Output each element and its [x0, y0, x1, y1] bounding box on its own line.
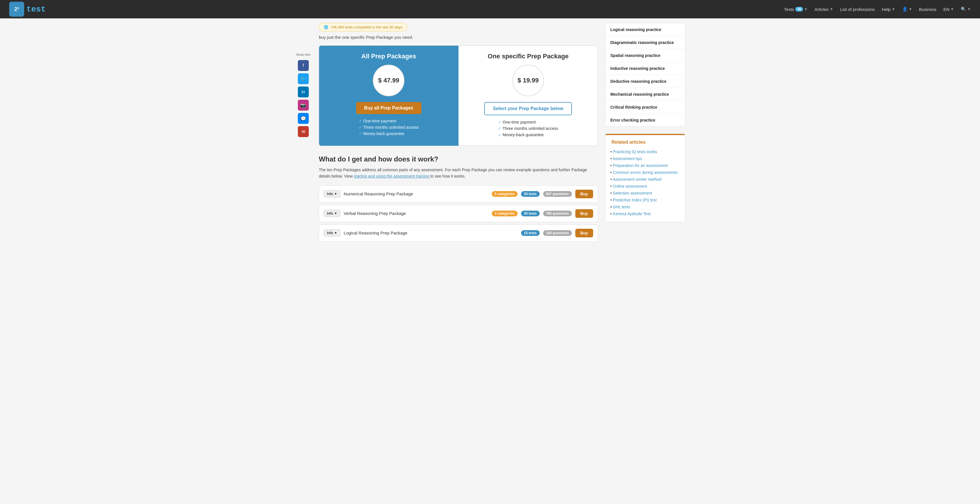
sidebar-item-logical[interactable]: Logical reasoning practice: [605, 23, 685, 36]
badge-questions-logical: 189 questions: [543, 230, 572, 236]
section-link[interactable]: starting and using the assessment traini…: [354, 174, 429, 179]
card-all-packages: All Prep Packages $ 47.99 Buy all Prep P…: [319, 46, 458, 146]
related-item[interactable]: Preparation for an assessment: [610, 162, 680, 169]
alert-text: 746,390 tests completed in the last 30 d…: [331, 25, 402, 29]
info-chevron-icon: ▼: [334, 231, 337, 234]
badge-tests-verbal: 30 tests: [521, 211, 540, 216]
share-messenger-button[interactable]: 💬: [298, 113, 309, 124]
related-link-pi[interactable]: Predictive Index (PI) test: [613, 198, 657, 202]
sidebar-item-mechanical[interactable]: Mechanical reasoning practice: [605, 88, 685, 101]
related-link-iq[interactable]: Practicing IQ tests works: [613, 150, 657, 154]
related-item[interactable]: Kenexa Aptitude Test: [610, 211, 680, 217]
nav-help[interactable]: Help ▼: [882, 7, 895, 12]
related-title: Related articles: [610, 140, 680, 145]
buy-button-numerical[interactable]: Buy: [575, 190, 593, 198]
search-chevron-icon: ▼: [967, 7, 971, 11]
info-button-verbal[interactable]: Info ▼: [324, 210, 340, 217]
package-row: Info ▼ Logical Reasoning Prep Package 15…: [319, 225, 598, 242]
related-link-kenexa[interactable]: Kenexa Aptitude Test: [613, 212, 651, 216]
related-link-errors[interactable]: Common errors during assessments: [613, 170, 678, 175]
user-icon: 👤: [902, 6, 908, 12]
tests-badge: 38: [795, 7, 803, 11]
packages-list: Info ▼ Numerical Reasoning Prep Package …: [319, 185, 598, 242]
buy-button-logical[interactable]: Buy: [575, 229, 593, 238]
section-title: What do I get and how does it work?: [319, 155, 598, 163]
search-icon: 🔍: [961, 6, 966, 12]
related-link-center[interactable]: Assessment center method: [612, 177, 662, 182]
pricing-cards: All Prep Packages $ 47.99 Buy all Prep P…: [319, 45, 598, 146]
globe-icon: 🌐: [324, 25, 328, 29]
package-name-logical: Logical Reasoning Prep Package: [344, 230, 517, 235]
related-item[interactable]: Practicing IQ tests works: [610, 148, 680, 155]
related-list: Practicing IQ tests works Assessment tip…: [610, 148, 680, 217]
badge-categories-numerical: 5 categories: [492, 191, 517, 197]
logo-icon: 2³: [9, 2, 24, 17]
related-item[interactable]: Predictive Index (PI) test: [610, 196, 680, 203]
info-button-logical[interactable]: Info ▼: [324, 229, 340, 236]
lang-chevron-icon: ▼: [950, 7, 954, 11]
section-desc: The ten Prep Packages address all common…: [319, 167, 598, 180]
nav-lang[interactable]: EN ▼: [943, 7, 954, 12]
one-package-title: One specific Prep Package: [488, 53, 568, 60]
nav-business[interactable]: Business: [919, 7, 937, 12]
related-item[interactable]: Selection assessment: [610, 190, 680, 196]
related-link-shl[interactable]: SHL tests: [613, 204, 630, 209]
related-link-online[interactable]: Online assessment: [613, 184, 647, 188]
related-link-tips[interactable]: Assessment tips: [612, 156, 642, 161]
navbar: 2³ test Tests 38 ▼ Articles ▼ List of pr…: [0, 0, 980, 18]
related-item[interactable]: SHL tests: [610, 203, 680, 211]
sidebar-nav-list: Logical reasoning practice Diagrammatic …: [605, 23, 685, 127]
nav-search[interactable]: 🔍 ▼: [961, 6, 971, 12]
share-twitter-button[interactable]: 🐦: [298, 73, 309, 84]
sidebar-item-error[interactable]: Error checking practice: [605, 114, 685, 126]
share-email-button[interactable]: ✉: [298, 126, 309, 137]
related-item[interactable]: Common errors during assessments: [610, 169, 680, 176]
card-one-package: One specific Prep Package $ 19.99 Select…: [458, 46, 598, 146]
one-feature-access: Three months unlimited access: [498, 126, 558, 131]
share-linkedin-button[interactable]: in: [298, 86, 309, 97]
logo-area: 2³ test: [9, 2, 46, 17]
package-row: Info ▼ Numerical Reasoning Prep Package …: [319, 185, 598, 203]
badge-questions-verbal: 780 questions: [543, 211, 572, 216]
tests-chevron-icon: ▼: [804, 7, 808, 11]
sidebar-item-deductive[interactable]: Deductive reasoning practice: [605, 75, 685, 88]
related-link-selection[interactable]: Selection assessment: [613, 191, 652, 195]
logo-numbers: 2³: [14, 6, 19, 12]
share-facebook-button[interactable]: f: [298, 60, 309, 71]
info-chevron-icon: ▼: [334, 192, 337, 195]
intro-text: buy just the one specific Prep Package y…: [319, 35, 598, 40]
feature-access: Three months unlimited access: [359, 125, 419, 129]
badge-tests-logical: 15 tests: [521, 230, 540, 236]
nav-tests[interactable]: Tests 38 ▼: [784, 7, 808, 12]
one-feature-guarantee: Money-back guarantee: [498, 132, 558, 137]
sidebar-item-inductive[interactable]: Inductive reasoning practice: [605, 62, 685, 75]
related-item[interactable]: Assessment tips: [610, 155, 680, 162]
articles-chevron-icon: ▼: [830, 7, 833, 11]
buy-button-verbal[interactable]: Buy: [575, 209, 593, 218]
share-sidebar: Share this f 🐦 in 📷 💬 ✉: [295, 18, 312, 244]
info-button-numerical[interactable]: Info ▼: [324, 190, 340, 198]
feature-payment: One-time payment: [359, 119, 419, 123]
nav-articles[interactable]: Articles ▼: [815, 7, 833, 12]
one-features-list: One-time payment Three months unlimited …: [498, 120, 558, 139]
share-label: Share this: [296, 53, 310, 57]
user-chevron-icon: ▼: [909, 7, 912, 11]
select-package-button[interactable]: Select your Prep Package below: [484, 102, 572, 115]
logo-text: test: [26, 5, 46, 14]
nav-user[interactable]: 👤 ▼: [902, 6, 912, 12]
main-content: 🌐 746,390 tests completed in the last 30…: [319, 18, 598, 244]
sidebar-item-critical[interactable]: Critical thinking practice: [605, 101, 685, 114]
related-articles-section: Related articles Practicing IQ tests wor…: [605, 134, 685, 222]
alert-bar: 🌐 746,390 tests completed in the last 30…: [319, 23, 407, 31]
section-desc-end: to see how it works.: [430, 174, 466, 179]
buy-all-button[interactable]: Buy all Prep Packages: [356, 102, 422, 114]
related-link-prep[interactable]: Preparation for an assessment: [613, 163, 668, 168]
sidebar-item-diagrammatic[interactable]: Diagrammatic reasoning practice: [605, 36, 685, 49]
nav-professions[interactable]: List of professions: [840, 7, 875, 12]
share-instagram-button[interactable]: 📷: [298, 100, 309, 111]
related-item[interactable]: Assessment center method: [610, 176, 680, 183]
sidebar-item-spatial[interactable]: Spatial reasoning practice: [605, 49, 685, 62]
all-packages-price: $ 47.99: [373, 65, 404, 96]
all-features-list: One-time payment Three months unlimited …: [359, 119, 419, 138]
related-item[interactable]: Online assessment: [610, 183, 680, 190]
